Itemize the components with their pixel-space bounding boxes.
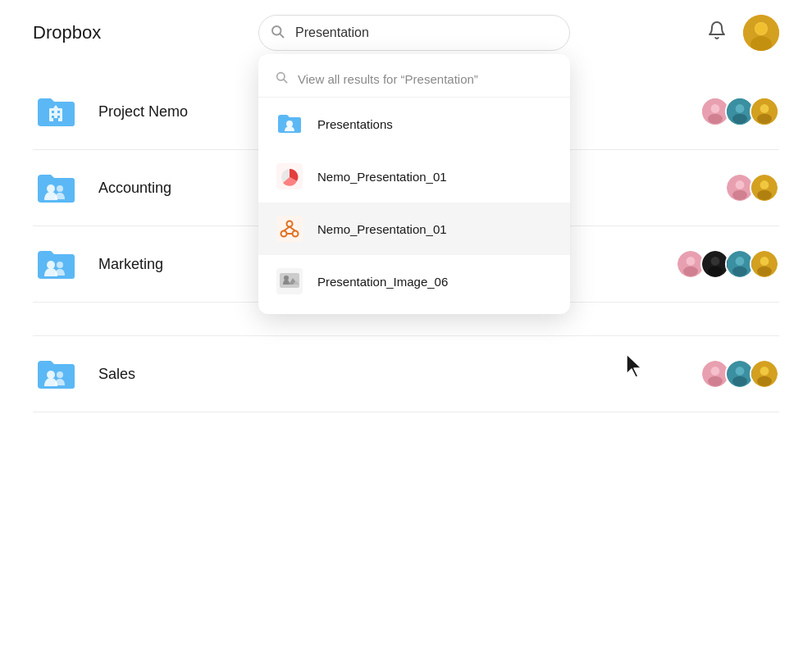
svg-point-62 bbox=[708, 376, 723, 386]
search-wrapper: View all results for “Presentation” Pres… bbox=[258, 15, 570, 51]
svg-point-4 bbox=[286, 121, 293, 127]
svg-point-43 bbox=[757, 190, 772, 200]
folder-people-icon bbox=[33, 165, 79, 211]
svg-point-54 bbox=[732, 266, 747, 276]
image-person-icon bbox=[275, 266, 304, 296]
svg-point-57 bbox=[757, 266, 772, 276]
svg-point-56 bbox=[760, 257, 769, 266]
pie-chart-icon bbox=[275, 162, 304, 191]
svg-point-51 bbox=[708, 266, 723, 276]
svg-point-48 bbox=[683, 266, 698, 276]
view-all-results[interactable]: View all results for “Presentation” bbox=[258, 61, 570, 98]
svg-point-58 bbox=[47, 371, 55, 379]
dropdown-search-icon bbox=[275, 71, 288, 87]
folder-people-icon bbox=[33, 241, 79, 287]
svg-point-29 bbox=[708, 114, 723, 124]
avatar bbox=[750, 359, 779, 389]
svg-point-61 bbox=[711, 367, 720, 376]
avatar-group bbox=[700, 97, 779, 126]
header-right bbox=[697, 15, 779, 51]
dropdown-item-label: Nemo_Presentation_01 bbox=[317, 222, 447, 236]
dropdown-item[interactable]: Nemo_Presentation_01 bbox=[258, 150, 570, 203]
folder-people-icon bbox=[33, 351, 79, 397]
svg-rect-7 bbox=[276, 216, 303, 242]
svg-point-28 bbox=[711, 104, 720, 113]
svg-point-37 bbox=[57, 185, 63, 192]
svg-point-31 bbox=[736, 104, 745, 113]
search-input[interactable] bbox=[258, 15, 570, 51]
dropdown-item[interactable]: Presentation_Image_06 bbox=[258, 255, 570, 308]
avatar bbox=[750, 97, 779, 126]
svg-rect-26 bbox=[53, 118, 58, 121]
svg-point-59 bbox=[57, 371, 63, 378]
folder-people-icon bbox=[275, 109, 304, 139]
avatar bbox=[750, 173, 779, 203]
user-avatar[interactable] bbox=[743, 15, 779, 51]
notifications-button[interactable] bbox=[704, 17, 730, 48]
svg-point-39 bbox=[736, 180, 745, 189]
svg-point-32 bbox=[732, 114, 747, 124]
folder-building-icon bbox=[33, 89, 79, 134]
svg-point-50 bbox=[711, 257, 720, 266]
dropdown-item[interactable]: Presentations bbox=[258, 98, 570, 150]
svg-rect-24 bbox=[52, 116, 54, 118]
svg-point-64 bbox=[736, 367, 745, 376]
dropdown-item-label: Nemo_Presentation_01 bbox=[317, 170, 447, 184]
svg-rect-23 bbox=[57, 111, 60, 113]
svg-point-68 bbox=[757, 376, 772, 386]
search-dropdown: View all results for “Presentation” Pres… bbox=[258, 54, 570, 314]
affinity-icon bbox=[275, 214, 304, 244]
svg-point-47 bbox=[687, 257, 696, 266]
file-row[interactable]: Sales bbox=[33, 335, 779, 412]
logo: Dropbox bbox=[33, 22, 131, 43]
svg-point-53 bbox=[736, 257, 745, 266]
svg-line-3 bbox=[284, 80, 287, 83]
view-all-label: View all results for “Presentation” bbox=[298, 72, 478, 86]
svg-point-34 bbox=[760, 104, 769, 113]
svg-point-45 bbox=[57, 262, 63, 268]
dropdown-item-label: Presentation_Image_06 bbox=[317, 275, 448, 289]
avatar-group bbox=[676, 249, 779, 279]
header: Dropbox View all results for “Presentati… bbox=[0, 0, 812, 66]
svg-point-35 bbox=[757, 114, 772, 124]
file-name: Sales bbox=[98, 366, 700, 383]
svg-rect-25 bbox=[57, 116, 60, 118]
avatar bbox=[750, 249, 779, 279]
svg-line-1 bbox=[280, 34, 283, 37]
dropdown-item-label: Presentations bbox=[317, 117, 393, 131]
svg-point-40 bbox=[732, 190, 747, 200]
svg-rect-22 bbox=[52, 111, 54, 113]
svg-point-42 bbox=[760, 180, 769, 189]
svg-point-20 bbox=[755, 23, 767, 34]
svg-point-67 bbox=[760, 367, 769, 376]
avatar-group bbox=[725, 173, 779, 203]
svg-rect-15 bbox=[280, 273, 299, 288]
svg-point-65 bbox=[732, 376, 747, 386]
svg-point-44 bbox=[47, 261, 55, 269]
search-icon bbox=[270, 24, 285, 42]
avatar-group bbox=[700, 359, 779, 389]
svg-point-36 bbox=[47, 184, 55, 193]
dropdown-item-highlighted[interactable]: Nemo_Presentation_01 bbox=[258, 203, 570, 255]
